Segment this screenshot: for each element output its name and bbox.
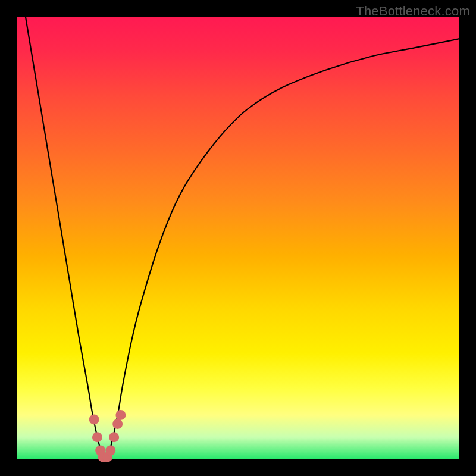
bottleneck-curve bbox=[26, 17, 459, 459]
highlight-markers bbox=[89, 410, 126, 462]
highlight-marker bbox=[89, 415, 99, 425]
highlight-marker bbox=[112, 419, 123, 429]
highlight-marker bbox=[92, 432, 102, 442]
curve-layer bbox=[17, 17, 459, 459]
highlight-marker bbox=[115, 410, 126, 420]
highlight-marker bbox=[109, 432, 119, 442]
watermark-text: TheBottleneck.com bbox=[356, 4, 470, 19]
highlight-marker bbox=[105, 446, 115, 456]
chart-frame bbox=[17, 17, 459, 459]
